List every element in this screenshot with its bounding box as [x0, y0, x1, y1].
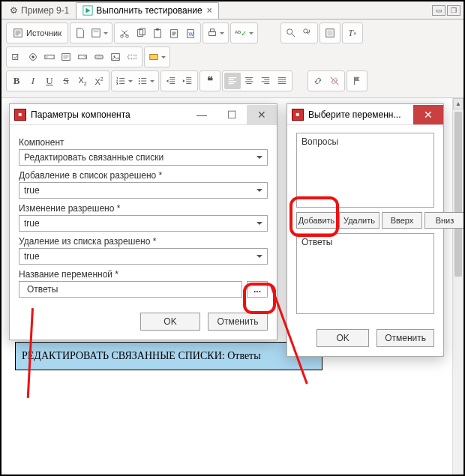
gear-icon: ⚙ [10, 5, 18, 16]
editor-toolbar: Источник W ᴬᴮ✓ [2, 19, 464, 98]
textfield-button[interactable] [41, 49, 58, 65]
svg-point-21 [32, 55, 34, 58]
select-component[interactable]: Редактировать связанные списки [19, 149, 268, 166]
up-button[interactable]: Вверх [382, 212, 422, 229]
delete-button[interactable]: Удалить [339, 212, 380, 229]
cancel-button[interactable]: Отменить [208, 313, 268, 331]
label-component: Компонент [19, 137, 268, 148]
run-icon [82, 5, 93, 16]
select-button[interactable] [74, 49, 91, 65]
svg-rect-10 [156, 28, 159, 31]
copy-button[interactable] [133, 25, 149, 41]
paste-text-button[interactable] [166, 25, 182, 41]
hidden-field-button[interactable] [124, 49, 140, 65]
component-params-dialog: ■ Параметры компонента — ☐ ✕ Компонент Р… [9, 103, 278, 340]
dialog-title: Выберите переменн... [308, 109, 413, 120]
underline-button[interactable]: U [41, 73, 58, 89]
unlink-button[interactable] [326, 73, 343, 89]
svg-text:W: W [188, 31, 194, 37]
print-button[interactable] [205, 25, 226, 41]
spellcheck-button[interactable]: ᴬᴮ✓ [232, 25, 256, 41]
textarea-button[interactable] [58, 49, 74, 65]
templates-button[interactable] [88, 25, 110, 41]
bold-button[interactable]: B [8, 73, 25, 89]
form-button-button[interactable] [91, 49, 107, 65]
select-edit-allowed[interactable]: true [19, 215, 268, 232]
svg-rect-25 [95, 55, 104, 58]
checkbox-button[interactable] [8, 49, 25, 65]
down-button[interactable]: Вниз [424, 212, 464, 229]
link-button[interactable] [310, 73, 326, 89]
align-center-button[interactable] [241, 73, 257, 89]
numbered-list-button[interactable]: 123 [113, 73, 135, 89]
dialog-icon: ■ [292, 109, 304, 121]
svg-rect-3 [92, 29, 100, 37]
svg-point-16 [287, 29, 292, 34]
ok-button[interactable]: OK [140, 313, 200, 331]
component-placeholder[interactable]: РЕДАКТИРОВАТЬ СВЯЗАННЫЕ СПИСКИ: Ответы [15, 342, 322, 370]
list-item[interactable]: Ответы [302, 237, 429, 247]
dialog-close-button[interactable]: ✕ [247, 105, 277, 124]
input-var-name[interactable]: Ответы [19, 281, 242, 298]
align-left-button[interactable] [224, 73, 241, 89]
selectall-button[interactable] [322, 25, 338, 41]
strike-button[interactable]: S [58, 73, 74, 89]
select-variable-dialog: ■ Выберите переменн... ✕ Вопросы Добавит… [286, 103, 444, 357]
superscript-button[interactable]: X2 [91, 73, 107, 89]
available-list[interactable]: Вопросы [296, 133, 434, 208]
blockquote-button[interactable]: ❝ [202, 73, 218, 89]
scroll-up-icon[interactable]: ▲ [453, 98, 464, 109]
replace-button[interactable] [299, 25, 316, 41]
clear-format-button[interactable]: T× [344, 25, 361, 41]
browse-button[interactable]: ... [247, 281, 268, 298]
tab-label: Выполнить тестирование [96, 5, 202, 16]
minimize-pane-button[interactable]: ▭ [432, 5, 446, 16]
dialog-close-button[interactable]: ✕ [413, 105, 443, 124]
source-button[interactable]: Источник [8, 25, 66, 41]
flag-button[interactable] [349, 73, 365, 89]
image-button-button[interactable] [107, 49, 124, 65]
paste-button[interactable] [149, 25, 166, 41]
paste-word-button[interactable]: W [182, 25, 199, 41]
maximize-pane-button[interactable]: ❐ [447, 5, 460, 16]
tab-label: Пример 9-1 [21, 5, 69, 16]
bullet-list-button[interactable] [135, 73, 157, 89]
svg-marker-1 [86, 8, 91, 13]
dialog-title: Параметры компонента [31, 109, 187, 120]
svg-rect-28 [128, 55, 136, 58]
tab-example[interactable]: ⚙ Пример 9-1 [3, 2, 76, 19]
indent-button[interactable] [179, 73, 196, 89]
insert-component-button[interactable] [146, 49, 168, 65]
cut-button[interactable] [116, 25, 133, 41]
new-page-button[interactable] [72, 25, 88, 41]
vertical-scrollbar[interactable]: ▲ ▼ [452, 98, 464, 476]
select-del-allowed[interactable]: true [19, 248, 268, 265]
svg-rect-9 [154, 30, 161, 38]
align-right-button[interactable] [257, 73, 274, 89]
svg-point-33 [139, 78, 140, 79]
select-add-allowed[interactable]: true [19, 182, 268, 199]
subscript-button[interactable]: X2 [74, 73, 91, 89]
svg-point-34 [139, 80, 140, 82]
svg-text:3: 3 [116, 82, 118, 85]
tab-run-test[interactable]: Выполнить тестирование × [76, 2, 218, 19]
italic-button[interactable]: I [25, 73, 41, 89]
dialog-minimize-button[interactable]: — [187, 105, 217, 124]
outdent-button[interactable] [163, 73, 179, 89]
dialog-maximize-button[interactable]: ☐ [217, 105, 247, 124]
svg-rect-19 [13, 55, 18, 60]
cancel-button[interactable]: Отменить [376, 329, 434, 347]
list-item[interactable]: Вопросы [302, 136, 429, 147]
radio-button[interactable] [25, 49, 41, 65]
svg-rect-15 [210, 29, 214, 32]
close-icon[interactable]: × [207, 5, 212, 16]
ok-button[interactable]: OK [316, 329, 369, 347]
find-button[interactable] [283, 25, 299, 41]
svg-rect-29 [150, 55, 158, 60]
add-button[interactable]: Добавить [296, 212, 337, 229]
scroll-thumb[interactable] [454, 112, 462, 277]
selected-list[interactable]: Ответы [296, 233, 434, 314]
align-justify-button[interactable] [274, 73, 290, 89]
label-edit-allowed: Изменение разрешено * [19, 203, 268, 214]
svg-point-35 [139, 83, 140, 85]
